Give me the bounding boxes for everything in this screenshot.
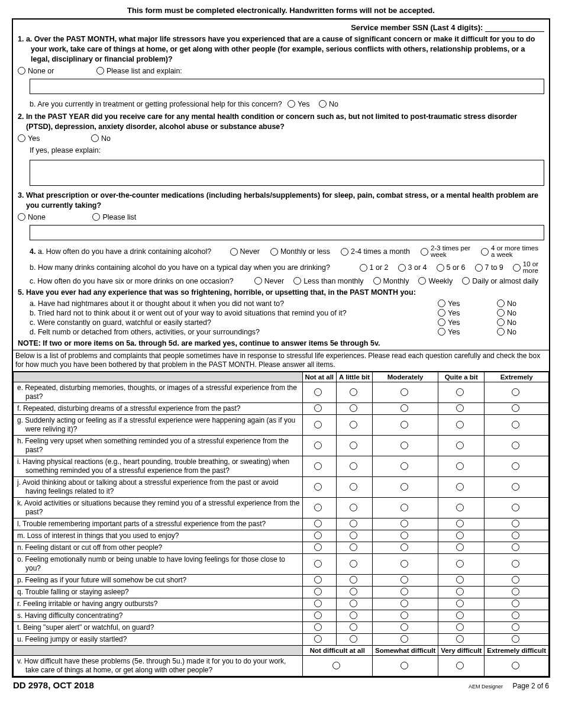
q3-textarea[interactable]: [30, 225, 544, 240]
grid-radio[interactable]: [314, 388, 322, 396]
q1a-textarea[interactable]: [30, 79, 544, 94]
q5v-radio-0[interactable]: [332, 662, 340, 669]
grid-radio[interactable]: [400, 543, 408, 551]
grid-radio[interactable]: [456, 560, 464, 568]
grid-radio[interactable]: [456, 404, 464, 412]
grid-radio[interactable]: [400, 560, 408, 568]
grid-radio[interactable]: [350, 504, 357, 511]
grid-radio[interactable]: [350, 543, 357, 551]
grid-radio[interactable]: [456, 611, 464, 619]
grid-radio[interactable]: [512, 483, 519, 491]
q4b-radio-0[interactable]: [360, 264, 367, 272]
q2-radio-yes[interactable]: [18, 134, 25, 142]
grid-radio[interactable]: [400, 635, 408, 643]
grid-radio[interactable]: [456, 520, 464, 527]
q1a-radio-list[interactable]: [96, 67, 104, 75]
grid-radio[interactable]: [512, 442, 519, 449]
grid-radio[interactable]: [400, 531, 408, 539]
grid-radio[interactable]: [350, 462, 357, 470]
q4b-radio-4[interactable]: [513, 264, 521, 272]
grid-radio[interactable]: [512, 543, 519, 551]
grid-radio[interactable]: [314, 635, 322, 643]
grid-radio[interactable]: [350, 576, 357, 584]
grid-radio[interactable]: [400, 442, 408, 449]
grid-radio[interactable]: [400, 611, 408, 619]
grid-radio[interactable]: [350, 588, 357, 595]
grid-radio[interactable]: [456, 421, 464, 429]
q5a-radio-yes[interactable]: [438, 299, 445, 307]
q4b-radio-3[interactable]: [475, 264, 483, 272]
q5v-radio-2[interactable]: [456, 662, 464, 669]
q4c-radio-1[interactable]: [293, 277, 301, 285]
grid-radio[interactable]: [456, 462, 464, 470]
grid-radio[interactable]: [314, 543, 322, 551]
q4c-radio-3[interactable]: [418, 277, 426, 285]
grid-radio[interactable]: [314, 576, 322, 584]
grid-radio[interactable]: [314, 520, 322, 527]
grid-radio[interactable]: [512, 404, 519, 412]
grid-radio[interactable]: [400, 404, 408, 412]
grid-radio[interactable]: [350, 600, 357, 607]
grid-radio[interactable]: [456, 388, 464, 396]
q5v-radio-1[interactable]: [400, 662, 408, 669]
grid-radio[interactable]: [350, 623, 357, 631]
q3-radio-list[interactable]: [92, 213, 100, 221]
grid-radio[interactable]: [314, 600, 322, 607]
grid-radio[interactable]: [456, 600, 464, 607]
grid-radio[interactable]: [314, 442, 322, 449]
grid-radio[interactable]: [314, 404, 322, 412]
grid-radio[interactable]: [456, 623, 464, 631]
q3-radio-none[interactable]: [18, 213, 25, 221]
grid-radio[interactable]: [512, 462, 519, 470]
grid-radio[interactable]: [456, 483, 464, 491]
q5b-radio-no[interactable]: [497, 309, 505, 317]
grid-radio[interactable]: [400, 388, 408, 396]
grid-radio[interactable]: [350, 560, 357, 568]
grid-radio[interactable]: [350, 404, 357, 412]
q4a-radio-2[interactable]: [341, 248, 348, 256]
grid-radio[interactable]: [314, 588, 322, 595]
grid-radio[interactable]: [456, 576, 464, 584]
grid-radio[interactable]: [314, 560, 322, 568]
grid-radio[interactable]: [512, 600, 519, 607]
grid-radio[interactable]: [400, 600, 408, 607]
grid-radio[interactable]: [512, 520, 519, 527]
grid-radio[interactable]: [400, 576, 408, 584]
q1b-radio-no[interactable]: [319, 100, 327, 108]
grid-radio[interactable]: [314, 483, 322, 491]
grid-radio[interactable]: [456, 543, 464, 551]
q4a-radio-4[interactable]: [481, 248, 489, 256]
q5a-radio-no[interactable]: [497, 299, 505, 307]
q4c-radio-2[interactable]: [373, 277, 381, 285]
q4c-radio-0[interactable]: [254, 277, 262, 285]
grid-radio[interactable]: [512, 588, 519, 595]
grid-radio[interactable]: [314, 504, 322, 511]
q5c-radio-no[interactable]: [497, 318, 505, 326]
q5d-radio-no[interactable]: [497, 328, 505, 336]
grid-radio[interactable]: [512, 531, 519, 539]
grid-radio[interactable]: [512, 388, 519, 396]
q4b-radio-2[interactable]: [437, 264, 444, 272]
grid-radio[interactable]: [400, 483, 408, 491]
q1b-radio-yes[interactable]: [288, 100, 295, 108]
grid-radio[interactable]: [456, 442, 464, 449]
grid-radio[interactable]: [456, 588, 464, 595]
grid-radio[interactable]: [456, 635, 464, 643]
grid-radio[interactable]: [400, 421, 408, 429]
grid-radio[interactable]: [512, 576, 519, 584]
grid-radio[interactable]: [350, 388, 357, 396]
q2-radio-no[interactable]: [91, 134, 99, 142]
grid-radio[interactable]: [350, 520, 357, 527]
q4a-radio-0[interactable]: [230, 248, 238, 256]
q5c-radio-yes[interactable]: [438, 318, 445, 326]
q5v-radio-3[interactable]: [512, 662, 519, 669]
q1a-radio-none[interactable]: [18, 67, 25, 75]
grid-radio[interactable]: [314, 462, 322, 470]
q5b-radio-yes[interactable]: [438, 309, 445, 317]
grid-radio[interactable]: [350, 531, 357, 539]
grid-radio[interactable]: [350, 421, 357, 429]
grid-radio[interactable]: [400, 520, 408, 527]
q4c-radio-4[interactable]: [462, 277, 470, 285]
grid-radio[interactable]: [456, 531, 464, 539]
q4a-radio-3[interactable]: [421, 248, 428, 256]
